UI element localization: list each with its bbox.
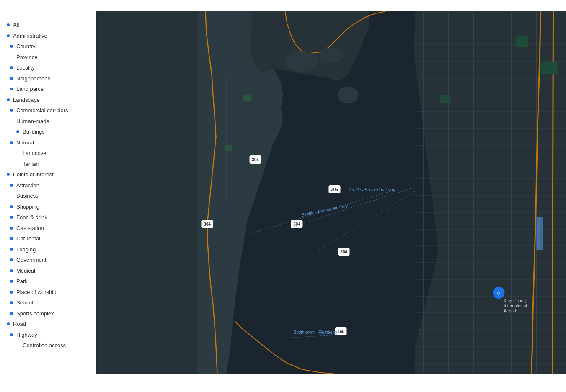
sidebar-item-label: Business — [16, 192, 39, 200]
sidebar-item-road[interactable]: Road — [0, 319, 96, 330]
svg-text:305: 305 — [331, 187, 338, 192]
bullet-dot — [10, 237, 13, 240]
sidebar-item-label: Commercial corridors — [16, 106, 68, 115]
sidebar-item-points-of-interest[interactable]: Points of interest — [0, 169, 96, 180]
sidebar-item-neighborhood[interactable]: Neighborhood — [0, 73, 96, 84]
sidebar-item-label: Natural — [16, 139, 34, 147]
bullet-dot — [10, 77, 13, 80]
sidebar-item-business[interactable]: Business — [0, 191, 96, 201]
sidebar-item-label: Neighborhood — [16, 75, 51, 83]
sidebar-item-label: Country — [16, 42, 36, 51]
bullet-dot — [10, 216, 13, 219]
header — [0, 0, 566, 11]
sidebar-item-sports-complex[interactable]: Sports complex — [0, 308, 96, 319]
bullet-dot — [10, 184, 13, 187]
sidebar-item-car-rental[interactable]: Car rental — [0, 233, 96, 244]
svg-rect-40 — [225, 145, 232, 151]
sidebar-item-label: All — [13, 21, 19, 29]
bullet-dot — [10, 312, 13, 315]
sidebar-item-government[interactable]: Government — [0, 255, 96, 266]
sidebar-item-label: School — [16, 299, 33, 307]
sidebar-item-province[interactable]: Province — [0, 52, 96, 63]
sidebar-item-label: Landscape — [13, 96, 40, 104]
sidebar-item-medical[interactable]: Medical — [0, 266, 96, 276]
map-container[interactable]: 305 305 304 304 304 160 Seattle - Bre — [96, 11, 566, 374]
svg-text:305: 305 — [252, 157, 259, 162]
sidebar-item-place-of-worship[interactable]: Place of worship — [0, 287, 96, 298]
sidebar-item-highway[interactable]: Highway — [0, 330, 96, 340]
svg-text:King County: King County — [504, 299, 527, 303]
sidebar-item-label: Attraction — [16, 181, 39, 190]
sidebar-item-label: Place of worship — [16, 288, 56, 297]
sidebar-item-human-made[interactable]: Human-made — [0, 116, 96, 127]
svg-rect-41 — [537, 217, 540, 250]
sidebar-item-landscape[interactable]: Landscape — [0, 95, 96, 106]
sidebar-item-attraction[interactable]: Attraction — [0, 180, 96, 191]
sidebar-item-lodging[interactable]: Lodging — [0, 244, 96, 255]
sidebar-item-label: Shopping — [16, 203, 39, 211]
sidebar-item-landcover[interactable]: Landcover — [0, 148, 96, 159]
sidebar-item-terrain[interactable]: Terrain — [0, 159, 96, 170]
bullet-dot — [7, 173, 10, 176]
sidebar-item-label: Sports complex — [16, 309, 54, 318]
sidebar: AllAdministrativeCountryProvinceLocality… — [0, 11, 96, 374]
bullet-dot — [7, 34, 10, 37]
svg-rect-37 — [541, 62, 558, 74]
sidebar-item-label: Buildings — [23, 128, 45, 136]
sidebar-item-natural[interactable]: Natural — [0, 137, 96, 148]
sidebar-item-label: Highway — [16, 331, 37, 339]
sidebar-item-label: Lodging — [16, 245, 36, 254]
sidebar-item-label: Controlled access — [23, 341, 66, 350]
sidebar-item-shopping[interactable]: Shopping — [0, 201, 96, 212]
sidebar-item-label: Gas station — [16, 224, 44, 232]
svg-text:Seattle - Bremerton Ferry: Seattle - Bremerton Ferry — [348, 188, 396, 192]
svg-rect-36 — [516, 36, 528, 47]
bullet-dot — [7, 98, 10, 101]
sidebar-item-all[interactable]: All — [0, 20, 96, 31]
sidebar-items-list: AllAdministrativeCountryProvinceLocality… — [0, 20, 96, 351]
sidebar-item-label: Province — [16, 53, 38, 62]
sidebar-item-school[interactable]: School — [0, 297, 96, 308]
sidebar-item-food-drink[interactable]: Food & drink — [0, 212, 96, 223]
sidebar-item-controlled-access[interactable]: Controlled access — [0, 340, 96, 351]
svg-text:Southworth - Fauntleroy: Southworth - Fauntleroy — [294, 330, 339, 335]
svg-text:International: International — [504, 304, 527, 308]
sidebar-item-administrative[interactable]: Administrative — [0, 31, 96, 41]
sidebar-item-country[interactable]: Country — [0, 41, 96, 52]
bullet-dot — [10, 205, 13, 208]
sidebar-item-buildings[interactable]: Buildings — [0, 126, 96, 137]
svg-text:✈: ✈ — [497, 290, 501, 296]
bullet-dot — [16, 130, 19, 133]
bullet-dot — [10, 88, 13, 90]
sidebar-item-label: Locality — [16, 64, 35, 72]
bullet-dot — [10, 333, 13, 336]
bullet-dot — [10, 45, 13, 48]
sidebar-item-label: Government — [16, 256, 47, 264]
svg-text:304: 304 — [340, 250, 347, 254]
sidebar-item-label: Land parcel — [16, 85, 45, 93]
sidebar-item-locality[interactable]: Locality — [0, 62, 96, 73]
bullet-dot — [10, 269, 13, 272]
svg-point-33 — [285, 51, 319, 72]
sidebar-item-gas-station[interactable]: Gas station — [0, 223, 96, 234]
svg-text:160: 160 — [337, 329, 344, 334]
svg-rect-42 — [540, 217, 543, 250]
sidebar-section-title — [0, 16, 96, 20]
bullet-dot — [10, 109, 13, 112]
sidebar-item-land-parcel[interactable]: Land parcel — [0, 84, 96, 95]
sidebar-item-label: Medical — [16, 267, 35, 275]
sidebar-item-commercial-corridors[interactable]: Commercial corridors — [0, 105, 96, 116]
sidebar-item-label: Points of interest — [13, 170, 54, 179]
sidebar-item-label: Terrain — [23, 160, 39, 168]
sidebar-item-label: Road — [13, 320, 26, 328]
bullet-dot — [7, 23, 10, 26]
bullet-dot — [7, 322, 10, 325]
svg-rect-39 — [243, 95, 252, 101]
bullet-dot — [10, 66, 13, 69]
bullet-dot — [10, 141, 13, 144]
sidebar-item-park[interactable]: Park — [0, 276, 96, 287]
svg-point-35 — [338, 87, 359, 103]
bullet-dot — [10, 248, 13, 251]
sidebar-item-label: Administrative — [13, 32, 47, 40]
sidebar-item-label: Food & drink — [16, 213, 47, 222]
